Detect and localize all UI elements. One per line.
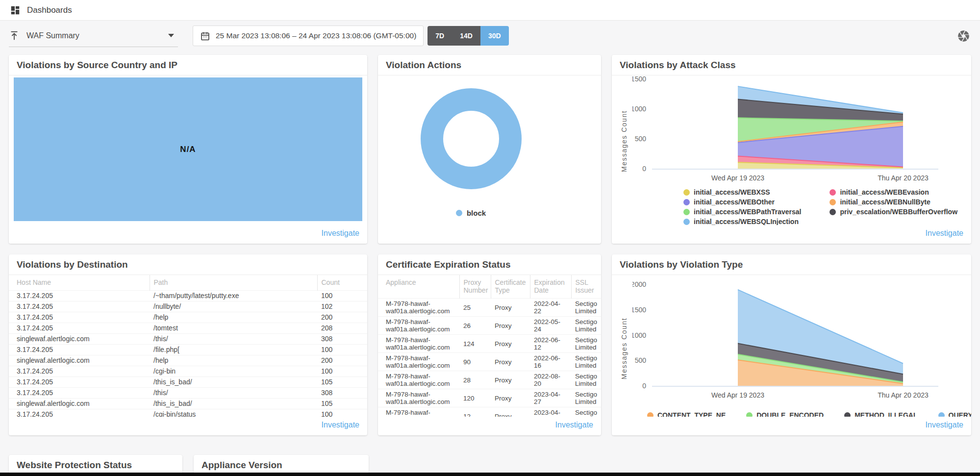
table-cell: singlewaf.alertlogic.com	[9, 399, 150, 409]
table-cell: /cgi-bin	[150, 366, 317, 377]
table-cell: M-7978-hawaf-waf01a.alertlogic.com	[378, 317, 459, 335]
card-certificate-expiration: Certificate Expiration Status Appliance …	[378, 254, 601, 435]
svg-text:1500: 1500	[632, 306, 646, 314]
publish-icon	[9, 30, 20, 41]
table-cell: Sectigo Limited	[571, 353, 601, 371]
chart-area: Messages Count 050010001500Wed Apr 19 20…	[616, 75, 971, 187]
date-range-picker[interactable]: 25 Mar 2023 13:08:06 – 24 Apr 2023 13:08…	[193, 25, 424, 46]
treemap-body: N/A	[9, 75, 367, 244]
investigate-link[interactable]: Investigate	[322, 229, 359, 237]
investigate-link[interactable]: Investigate	[555, 421, 593, 429]
table-cell: 3.17.24.205	[9, 323, 150, 334]
card-title: Violations by Violation Type	[612, 254, 971, 275]
column-header: Proxy Number	[459, 275, 491, 299]
table-row: 3.17.24.205/cgi-bin100	[9, 366, 367, 377]
table-cell: Sectigo Limited	[571, 407, 601, 418]
table-cell: Proxy	[491, 335, 530, 353]
table-cell: 124	[459, 335, 491, 353]
table-cell: 308	[317, 334, 367, 345]
dashboard-selector[interactable]: WAF Summary	[9, 25, 178, 47]
table-container: Host Name Path Count 3.17.24.205/~tham/p…	[9, 275, 367, 418]
y-axis-label: Messages Count	[616, 75, 632, 187]
table-row: M-7978-hawaf-waf01a.alertlogic.com25Prox…	[378, 299, 601, 317]
table-cell: 3.17.24.205	[9, 312, 150, 323]
legend-label: initial_access/WEBXSS	[694, 188, 770, 196]
table-cell: 120	[459, 389, 491, 407]
table-cell: /this_is_bad/	[150, 399, 317, 409]
investigate-link[interactable]: Investigate	[322, 421, 359, 429]
top-bar: Dashboards	[0, 0, 980, 21]
table-row: singlewaf.alertlogic.com/this/308	[9, 334, 367, 345]
table-cell: Sectigo Limited	[571, 317, 601, 335]
table-cell: /nullbyte/	[150, 301, 317, 312]
card-footer: Investigate	[9, 225, 367, 244]
column-header: Count	[317, 275, 367, 291]
table-row: 3.17.24.205/file.php[100	[9, 345, 367, 355]
table-cell: /this_is_bad/	[150, 377, 317, 388]
table-cell: 2023-04-27	[530, 389, 571, 407]
investigate-link[interactable]: Investigate	[926, 229, 963, 237]
legend-dot	[683, 209, 690, 215]
dashboard-grid: Violations by Source Country and IP N/A …	[0, 51, 980, 435]
table-header-row: Appliance Proxy Number Certificate Type …	[378, 275, 601, 299]
svg-text:Wed Apr 19 2023: Wed Apr 19 2023	[711, 174, 764, 182]
table-cell: 28	[459, 371, 491, 389]
svg-text:1000: 1000	[632, 331, 646, 339]
range-button-14d[interactable]: 14D	[452, 26, 480, 46]
column-header: Expiration Date	[530, 275, 571, 299]
table-cell: Proxy	[491, 389, 530, 407]
dashboards-grid-icon	[10, 5, 21, 16]
filter-toolbar: WAF Summary 25 Mar 2023 13:08:06 – 24 Ap…	[0, 21, 980, 51]
range-button-30d[interactable]: 30D	[480, 26, 509, 46]
chevron-down-icon	[168, 34, 174, 37]
table-cell: /help	[150, 355, 317, 366]
table-cell: 2022-05-24	[530, 317, 571, 335]
dashboard-selector-value: WAF Summary	[26, 31, 79, 40]
column-header: Path	[150, 275, 317, 291]
certificate-table: Appliance Proxy Number Certificate Type …	[378, 275, 601, 418]
table-row: singlewaf.alertlogic.com/this_is_bad/105	[9, 399, 367, 409]
table-cell: 2023-04-27	[530, 407, 571, 418]
table-cell: singlewaf.alertlogic.com	[9, 334, 150, 345]
range-button-7d[interactable]: 7D	[427, 26, 452, 46]
table-row: singlewaf.alertlogic.com/help200	[9, 355, 367, 366]
table-cell: 12	[459, 407, 491, 418]
table-cell: Sectigo Limited	[571, 335, 601, 353]
legend-item: initial_access/WEBXSS	[683, 187, 815, 197]
table-cell: 308	[317, 388, 367, 399]
legend-dot	[683, 199, 690, 205]
card-title: Violation Actions	[378, 55, 601, 75]
column-header: Certificate Type	[491, 275, 530, 299]
page-title: Dashboards	[27, 5, 72, 15]
stacked-area-chart: 0500100015002000Wed Apr 19 2023Thu Apr 2…	[632, 275, 962, 402]
table-cell: /~tham/putty/latest/putty.exe	[150, 291, 317, 301]
table-cell: 3.17.24.205	[9, 366, 150, 377]
table-cell: 25	[459, 299, 491, 317]
investigate-link[interactable]: Investigate	[926, 421, 963, 429]
legend-dot	[829, 199, 836, 205]
svg-text:0: 0	[642, 165, 646, 173]
table-cell: 105	[317, 399, 367, 409]
range-button-group: 7D14D30D	[427, 26, 508, 46]
table-cell: M-7978-hawaf-waf01a.alertlogic.com	[378, 407, 459, 418]
legend-label: block	[467, 209, 486, 217]
table-cell: M-7978-hawaf-waf01a.alertlogic.com	[378, 335, 459, 353]
table-row: 3.17.24.205/help200	[9, 312, 367, 323]
table-cell: Proxy	[491, 353, 530, 371]
table-cell: 3.17.24.205	[9, 301, 150, 312]
card-footer: Investigate	[9, 417, 367, 435]
aperture-icon[interactable]	[956, 29, 970, 43]
donut-chart	[420, 87, 523, 190]
table-cell: 102	[317, 301, 367, 312]
donut-body: block	[378, 75, 601, 244]
table-row: M-7978-hawaf-waf01a.alertlogic.com12Prox…	[378, 407, 601, 418]
table-cell: 2022-06-12	[530, 335, 571, 353]
table-cell: M-7978-hawaf-waf01a.alertlogic.com	[378, 389, 459, 407]
calendar-icon	[200, 31, 210, 41]
svg-text:1000: 1000	[632, 105, 646, 113]
svg-text:500: 500	[635, 356, 647, 364]
legend-item: priv_escalation/WEBBufferOverflow	[829, 207, 971, 217]
card-violations-by-attack-class: Violations by Attack Class Messages Coun…	[612, 55, 971, 244]
donut-legend: block	[456, 209, 486, 217]
legend-item: initial_access/WEBPathTraversal	[683, 207, 815, 217]
